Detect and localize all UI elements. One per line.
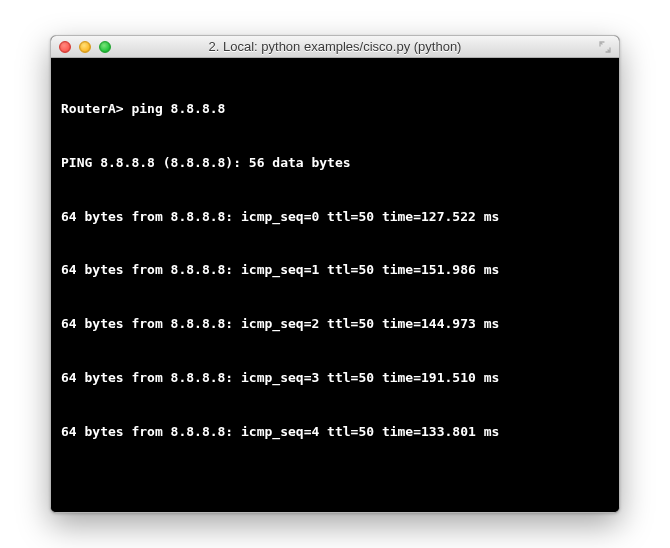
terminal-line: 64 bytes from 8.8.8.8: icmp_seq=4 ttl=50…	[61, 423, 609, 441]
window-controls	[59, 41, 111, 53]
terminal-line: 64 bytes from 8.8.8.8: icmp_seq=2 ttl=50…	[61, 315, 609, 333]
terminal-output[interactable]: RouterA> ping 8.8.8.8 PING 8.8.8.8 (8.8.…	[51, 58, 619, 512]
window-title: 2. Local: python examples/cisco.py (pyth…	[51, 39, 619, 54]
terminal-line: RouterA> ping 8.8.8.8	[61, 100, 609, 118]
terminal-line: 64 bytes from 8.8.8.8: icmp_seq=1 ttl=50…	[61, 261, 609, 279]
terminal-line: 64 bytes from 8.8.8.8: icmp_seq=3 ttl=50…	[61, 369, 609, 387]
terminal-line: 64 bytes from 8.8.8.8: icmp_seq=0 ttl=50…	[61, 208, 609, 226]
fullscreen-icon[interactable]	[599, 41, 611, 53]
minimize-button[interactable]	[79, 41, 91, 53]
window-titlebar[interactable]: 2. Local: python examples/cisco.py (pyth…	[51, 36, 619, 58]
close-button[interactable]	[59, 41, 71, 53]
terminal-window: 2. Local: python examples/cisco.py (pyth…	[50, 35, 620, 513]
terminal-line: PING 8.8.8.8 (8.8.8.8): 56 data bytes	[61, 154, 609, 172]
zoom-button[interactable]	[99, 41, 111, 53]
